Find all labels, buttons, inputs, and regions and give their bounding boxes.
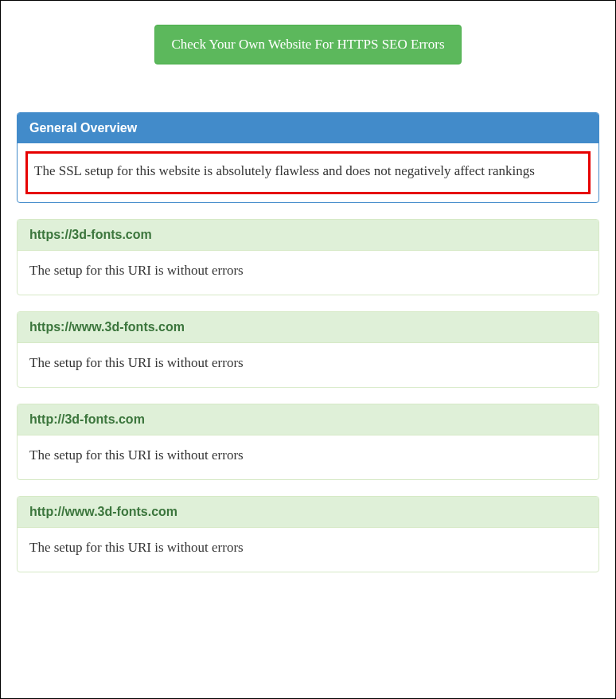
- uri-status: The setup for this URI is without errors: [18, 528, 598, 572]
- uri-heading: https://www.3d-fonts.com: [18, 312, 598, 343]
- overview-summary: The SSL setup for this website is absolu…: [25, 151, 591, 194]
- uri-status: The setup for this URI is without errors: [18, 343, 598, 387]
- overview-panel: General Overview The SSL setup for this …: [17, 112, 599, 203]
- check-site-button[interactable]: Check Your Own Website For HTTPS SEO Err…: [154, 25, 461, 64]
- uri-panel: https://3d-fonts.com The setup for this …: [17, 219, 599, 295]
- uri-panel: http://3d-fonts.com The setup for this U…: [17, 404, 599, 480]
- uri-heading: https://3d-fonts.com: [18, 220, 598, 251]
- uri-status: The setup for this URI is without errors: [18, 435, 598, 479]
- uri-panel: https://www.3d-fonts.com The setup for t…: [17, 311, 599, 388]
- uri-panel: http://www.3d-fonts.com The setup for th…: [17, 496, 599, 572]
- uri-heading: http://www.3d-fonts.com: [18, 497, 598, 528]
- overview-heading: General Overview: [18, 113, 598, 143]
- uri-heading: http://3d-fonts.com: [18, 404, 598, 435]
- uri-status: The setup for this URI is without errors: [18, 251, 598, 295]
